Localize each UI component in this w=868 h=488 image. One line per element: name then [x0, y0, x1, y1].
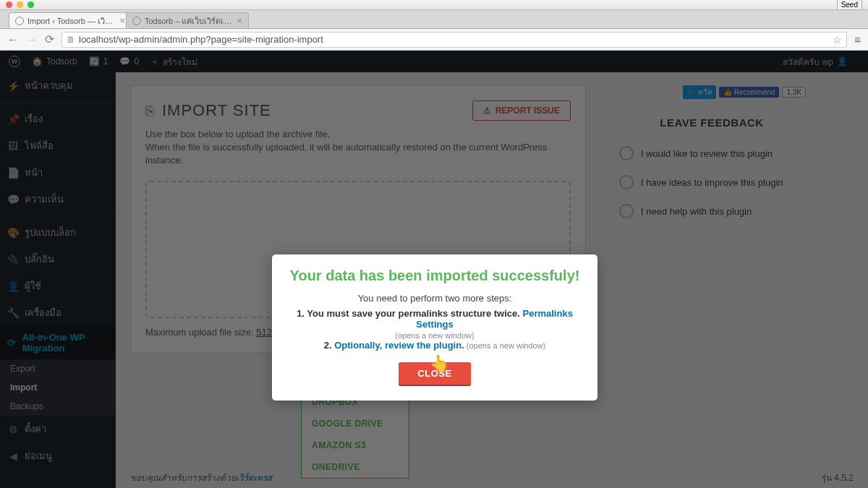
zoom-window-icon[interactable]	[27, 1, 34, 8]
close-modal-button[interactable]: CLOSE	[399, 362, 470, 385]
browser-toolbar: ← → ⟳ 🗎 localhost/wp-admin/admin.php?pag…	[0, 29, 868, 51]
modal-hint-1: (opens a new window)	[286, 331, 583, 340]
modal-step-1: 1. You must save your permalinks structu…	[286, 308, 583, 330]
back-button[interactable]: ←	[7, 33, 19, 46]
modal-step-2: 2. Optionally, review the plugin. (opens…	[286, 340, 583, 351]
close-tab-icon[interactable]: ×	[119, 15, 125, 26]
minimize-window-icon[interactable]	[17, 1, 23, 8]
forward-button: →	[26, 33, 38, 46]
tab-title: Todsorb – แค่เว็บเวิร์ดเพรสเ…	[145, 14, 234, 27]
browser-tabs: Import ‹ Todsorb — เวิร์ดเพ… × Todsorb –…	[0, 10, 868, 29]
modal-note: You need to perform two more steps:	[286, 293, 583, 304]
modal-title: Your data has been imported successfuly!	[286, 267, 583, 284]
favicon-icon	[132, 17, 141, 25]
browser-tab[interactable]: Todsorb – แค่เว็บเวิร์ดเพรสเ… ×	[126, 12, 249, 28]
browser-tab-active[interactable]: Import ‹ Todsorb — เวิร์ดเพ… ×	[9, 12, 132, 28]
site-info-icon[interactable]: 🗎	[67, 35, 75, 45]
address-bar[interactable]: 🗎 localhost/wp-admin/admin.php?page=site…	[61, 32, 847, 48]
window-titlebar: Seed	[0, 0, 868, 10]
tab-title: Import ‹ Todsorb — เวิร์ดเพ…	[27, 14, 116, 27]
favicon-icon	[15, 17, 24, 25]
reload-button[interactable]: ⟳	[45, 33, 54, 46]
browser-menu-icon[interactable]: ≡	[854, 33, 861, 46]
url-text: localhost/wp-admin/admin.php?page=site-m…	[79, 34, 323, 45]
seed-button[interactable]: Seed	[837, 0, 862, 10]
review-plugin-link[interactable]: Optionally, review the plugin.	[334, 340, 464, 351]
close-tab-icon[interactable]: ×	[237, 15, 242, 26]
success-modal: Your data has been imported successfuly!…	[272, 254, 597, 401]
close-window-icon[interactable]	[6, 1, 12, 8]
bookmark-icon[interactable]: ☆	[833, 34, 842, 46]
